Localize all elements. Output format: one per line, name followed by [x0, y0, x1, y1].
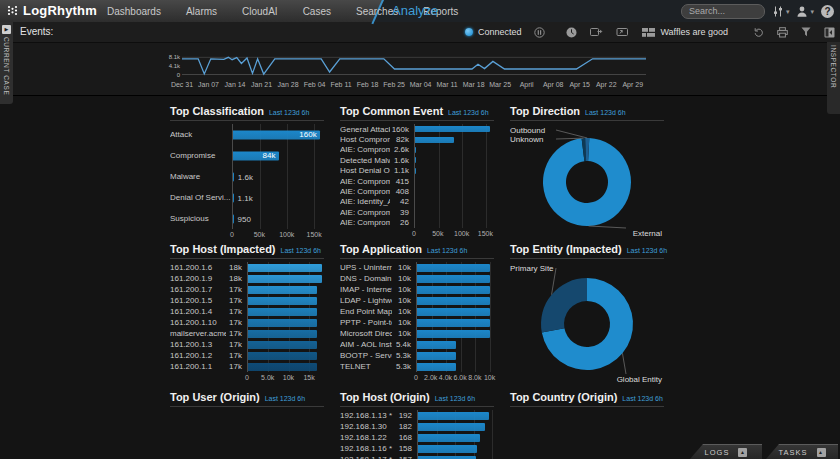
bar[interactable] [418, 423, 485, 431]
leader-line [589, 226, 626, 228]
nav-item-alarms[interactable]: Alarms [186, 6, 217, 17]
bar[interactable] [417, 363, 456, 371]
filter-settings-control[interactable]: ▾ [772, 6, 790, 17]
bar[interactable] [417, 286, 490, 294]
tasks-tab-label: TASKS [778, 448, 807, 457]
bar[interactable] [418, 434, 480, 442]
inspector-tab[interactable]: INSPECTOR [827, 42, 840, 114]
bar-category-label: 161.200.1.5 [170, 296, 226, 305]
nav-item-cloudai[interactable]: CloudAI [242, 6, 278, 17]
bar[interactable] [248, 264, 322, 272]
bar-category-label: AIE: Compromi... [340, 177, 390, 186]
bar[interactable] [248, 297, 317, 305]
layout-grid-icon[interactable] [642, 28, 655, 37]
bar[interactable] [248, 352, 317, 360]
bar-track [416, 350, 494, 361]
bar[interactable] [417, 352, 456, 360]
bar[interactable] [248, 286, 317, 294]
dashboard-layout-name[interactable]: Waffles are good [660, 27, 728, 37]
bar[interactable] [417, 264, 490, 272]
nav-item-dashboards[interactable]: Dashboards [107, 6, 161, 17]
bar[interactable] [248, 275, 322, 283]
bar[interactable] [418, 412, 489, 420]
bar[interactable] [248, 330, 317, 338]
gridline [439, 197, 440, 207]
bar[interactable] [417, 319, 490, 327]
pause-icon[interactable] [534, 27, 545, 38]
chart-subtitle: Last 123d 6h [622, 395, 662, 402]
bar-value: 950 [234, 214, 251, 223]
bar[interactable] [417, 330, 490, 338]
user-icon [796, 6, 808, 17]
timeline-svg[interactable] [182, 55, 646, 76]
gridline [462, 207, 463, 217]
screen-share-icon[interactable] [616, 27, 629, 37]
gridline [314, 145, 315, 166]
gridline [462, 197, 463, 207]
bar[interactable] [415, 157, 416, 163]
bar-track [414, 186, 494, 196]
events-trend-line [182, 57, 646, 74]
nav-item-cases[interactable]: Cases [303, 6, 331, 17]
chart-subtitle: Last 123d 6h [585, 109, 625, 116]
bar[interactable] [418, 445, 477, 453]
bar-track [247, 262, 324, 273]
clock-icon[interactable] [566, 27, 577, 38]
bar-category-label: Host Denial Of ... [340, 166, 390, 175]
undo-icon[interactable] [753, 27, 764, 38]
bar-row: AIE: Compromi...39 [340, 207, 494, 217]
bar[interactable] [417, 341, 456, 349]
bar[interactable] [248, 341, 317, 349]
chart-title: Top User (Origin) [170, 391, 260, 403]
bar[interactable] [417, 308, 490, 316]
gridline [486, 166, 487, 176]
bar[interactable] [415, 126, 490, 132]
logrhythm-logo: LogRhythm [7, 3, 97, 18]
x-axis: 02.0k4.0k6.0k8.0k10k [340, 372, 494, 383]
search-input[interactable] [681, 4, 765, 19]
bar[interactable] [418, 456, 476, 459]
pop-out-icon[interactable] [590, 27, 603, 37]
current-case-tab-label: CURRENT CASE [3, 37, 10, 95]
bar-row: DNS - Domain ...10k [340, 273, 494, 284]
donut-slice[interactable] [541, 278, 587, 333]
current-case-tab[interactable]: ▶ CURRENT CASE [0, 22, 13, 104]
bar[interactable] [415, 137, 454, 143]
chart-card-top-classification: Top ClassificationLast 123d 6h Attack160… [162, 101, 332, 239]
bar-row: 161.200.1.217k [170, 350, 324, 361]
donut-slice-label: Primary Site [510, 264, 554, 273]
bar-track [247, 295, 324, 306]
gridline [492, 432, 493, 443]
bar-category-label: 161.200.1.2 [170, 351, 226, 360]
tasks-tab[interactable]: TASKS ▲ [766, 444, 838, 459]
bar[interactable] [248, 308, 317, 316]
chart-subtitle: Last 123d 6h [627, 247, 667, 254]
help-icon[interactable]: ? [821, 5, 834, 18]
gridline [462, 176, 463, 186]
bar-track [414, 166, 494, 176]
user-menu[interactable]: ▾ [796, 6, 814, 17]
gridline [462, 155, 463, 165]
collapse-panel-icon[interactable] [824, 27, 835, 38]
nav-tools: ▾ ▾ ? [681, 0, 834, 22]
bar[interactable] [415, 168, 416, 174]
events-timeline-chart[interactable]: 8.1k4.1k0Dec 31Jan 07Jan 14Jan 21Jan 28F… [168, 55, 646, 90]
nav-item-analyze[interactable]: Analyze [392, 3, 438, 18]
bar[interactable]: 160k [233, 130, 320, 139]
bar[interactable] [248, 319, 317, 327]
bar-track [416, 273, 494, 284]
bar-value: 17k [226, 340, 247, 349]
bar[interactable]: 84k [233, 151, 279, 160]
logs-tab[interactable]: LOGS ▲ [690, 444, 762, 459]
axis-tick-label: 100k [454, 230, 469, 237]
print-icon[interactable] [777, 27, 788, 38]
bar[interactable] [248, 363, 317, 371]
chart-subtitle: Last 123d 6h [427, 247, 467, 254]
bar-value: 5.3k [392, 362, 416, 371]
bar[interactable] [417, 275, 490, 283]
bar[interactable] [415, 147, 416, 153]
bar-value: 192 [396, 411, 417, 420]
bar-value: 17k [226, 329, 247, 338]
filter-icon[interactable] [801, 27, 811, 37]
bar[interactable] [417, 297, 490, 305]
